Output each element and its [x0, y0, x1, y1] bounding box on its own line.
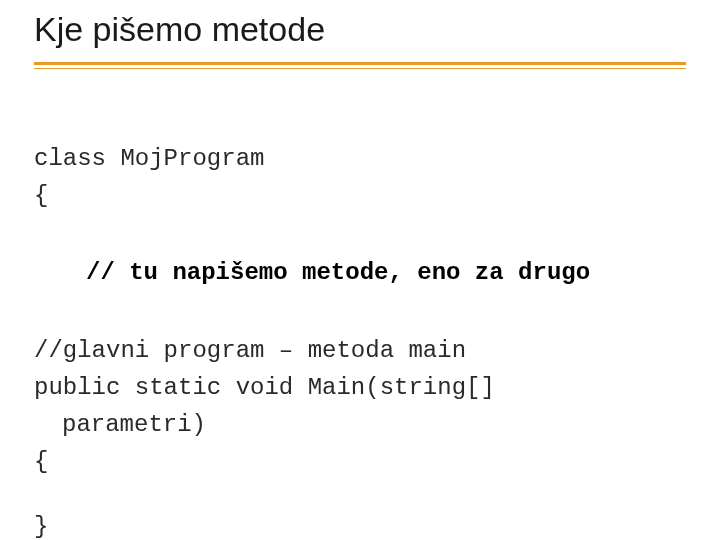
blank-gap-3 [34, 480, 694, 508]
code-line-4: //glavni program – metoda main [34, 332, 694, 369]
slide: Kje pišemo metode class MojProgram { // … [0, 0, 720, 540]
code-line-7: } [34, 508, 694, 540]
code-line-2: { [34, 177, 694, 214]
code-block: class MojProgram { // tu napišemo metode… [34, 140, 694, 540]
blank-gap-2 [34, 292, 694, 332]
rule-thin [34, 68, 686, 69]
title-underline [34, 62, 686, 69]
code-line-1: class MojProgram [34, 140, 694, 177]
code-line-6: { [34, 443, 694, 480]
code-line-3: // tu napišemo metode, eno za drugo [34, 254, 694, 291]
slide-title: Kje pišemo metode [34, 10, 325, 49]
code-line-5b: parametri) [34, 406, 694, 443]
rule-thick [34, 62, 686, 65]
blank-gap-1 [34, 214, 694, 254]
code-line-5a: public static void Main(string[] [34, 369, 694, 406]
